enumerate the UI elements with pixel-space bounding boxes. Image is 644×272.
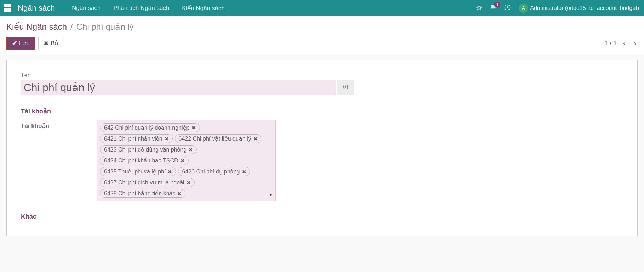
pager-prev-icon[interactable]: ‹ xyxy=(622,39,627,48)
nav-item-budget[interactable]: Ngân sách xyxy=(65,0,107,16)
name-input[interactable] xyxy=(21,80,336,95)
lang-indicator[interactable]: VI xyxy=(337,80,354,95)
bug-icon[interactable] xyxy=(476,4,483,13)
pager-next-icon[interactable]: › xyxy=(632,39,638,48)
account-tag-label: 642 Chi phí quản lý doanh nghiệp xyxy=(104,124,190,131)
name-label: Tên xyxy=(21,72,623,78)
account-tag-label: 6428 Chi phí bằng tiền khác xyxy=(104,190,175,197)
breadcrumb-current: Chi phí quản lý xyxy=(76,22,134,32)
nav-item-budget-type[interactable]: Kiểu Ngân sách xyxy=(176,0,231,16)
tag-remove-icon[interactable]: ✖ xyxy=(253,136,258,142)
save-button[interactable]: ✔ Lưu xyxy=(6,37,35,50)
breadcrumb: Kiểu Ngân sách / Chi phí quản lý xyxy=(6,20,638,37)
tag-remove-icon[interactable]: ✖ xyxy=(192,125,196,131)
save-button-label: Lưu xyxy=(19,40,30,47)
tag-remove-icon[interactable]: ✖ xyxy=(186,180,191,185)
top-navbar: Ngân sách Ngân sách Phân tích Ngân sách … xyxy=(0,0,644,16)
accounts-field[interactable]: 642 Chi phí quản lý doanh nghiệp✖6421 Ch… xyxy=(97,120,276,201)
discard-button[interactable]: ✖ Bỏ xyxy=(38,37,63,49)
account-tag[interactable]: 6423 Chi phí đồ dùng văn phòng✖ xyxy=(100,145,197,154)
breadcrumb-parent[interactable]: Kiểu Ngân sách xyxy=(6,22,67,32)
breadcrumb-separator: / xyxy=(70,22,73,32)
username[interactable]: Administrator (odoo15_to_account_budget) xyxy=(530,5,639,11)
svg-point-0 xyxy=(478,6,481,9)
tag-remove-icon[interactable]: ✖ xyxy=(180,158,185,164)
section-accounts-title: Tài khoản xyxy=(21,107,623,115)
discard-button-label: Bỏ xyxy=(51,40,58,47)
check-icon: ✔ xyxy=(12,40,17,47)
pager-text: 1 / 1 xyxy=(604,40,617,47)
account-tag[interactable]: 6422 Chi phí vật liệu quản lý✖ xyxy=(175,134,261,143)
section-other-title: Khác xyxy=(21,213,623,220)
control-panel: Kiểu Ngân sách / Chi phí quản lý ✔ Lưu ✖… xyxy=(0,16,644,55)
tag-remove-icon[interactable]: ✖ xyxy=(165,136,169,142)
messages-icon[interactable]: 1 xyxy=(490,4,497,13)
name-row: VI xyxy=(21,80,623,95)
account-tag-label: 6422 Chi phí vật liệu quản lý xyxy=(179,135,251,142)
account-tag-label: 6423 Chi phí đồ dùng văn phòng xyxy=(104,146,186,153)
messages-badge: 1 xyxy=(494,2,500,7)
tag-remove-icon[interactable]: ✖ xyxy=(177,191,182,196)
account-tag-label: 6426 Chi phí dự phòng xyxy=(182,168,240,175)
button-row: ✔ Lưu ✖ Bỏ 1 / 1 ‹ › xyxy=(6,37,638,55)
account-tag-label: 6424 Chi phí khấu hao TSCĐ xyxy=(104,157,178,164)
activity-icon[interactable] xyxy=(504,4,511,13)
account-tag[interactable]: 6425 Thuế, phí và lệ phí✖ xyxy=(100,167,176,176)
tag-remove-icon[interactable]: ✖ xyxy=(189,147,193,153)
nav-item-analysis[interactable]: Phân tích Ngân sách xyxy=(107,0,176,16)
avatar[interactable]: A xyxy=(519,4,528,13)
accounts-label: Tài khoản xyxy=(21,120,97,130)
chevron-down-icon[interactable]: ▼ xyxy=(269,193,273,197)
account-tag-label: 6425 Thuế, phí và lệ phí xyxy=(104,168,166,175)
form-sheet-wrap: Tên VI Tài khoản Tài khoản 642 Chi phí q… xyxy=(0,55,644,241)
app-brand: Ngân sách xyxy=(18,4,55,13)
account-tag[interactable]: 6426 Chi phí dự phòng✖ xyxy=(178,167,250,176)
close-icon: ✖ xyxy=(44,40,48,47)
account-tag[interactable]: 6424 Chi phí khấu hao TSCĐ✖ xyxy=(100,156,189,165)
tag-remove-icon[interactable]: ✖ xyxy=(168,169,172,175)
form-sheet: Tên VI Tài khoản Tài khoản 642 Chi phí q… xyxy=(6,60,638,236)
apps-icon[interactable] xyxy=(4,4,11,12)
account-tag-label: 6421 Chi phí nhân viên xyxy=(104,136,162,142)
account-tag[interactable]: 6428 Chi phí bằng tiền khác✖ xyxy=(100,189,185,198)
pager: 1 / 1 ‹ › xyxy=(604,39,638,48)
account-tag[interactable]: 642 Chi phí quản lý doanh nghiệp✖ xyxy=(100,123,200,132)
account-tag[interactable]: 6421 Chi phí nhân viên✖ xyxy=(100,134,173,143)
tag-remove-icon[interactable]: ✖ xyxy=(242,169,246,175)
accounts-row: Tài khoản 642 Chi phí quản lý doanh nghi… xyxy=(21,120,623,201)
account-tag-label: 6427 Chi phí dịch vụ mua ngoài xyxy=(104,179,184,186)
account-tag[interactable]: 6427 Chi phí dịch vụ mua ngoài✖ xyxy=(100,178,195,187)
